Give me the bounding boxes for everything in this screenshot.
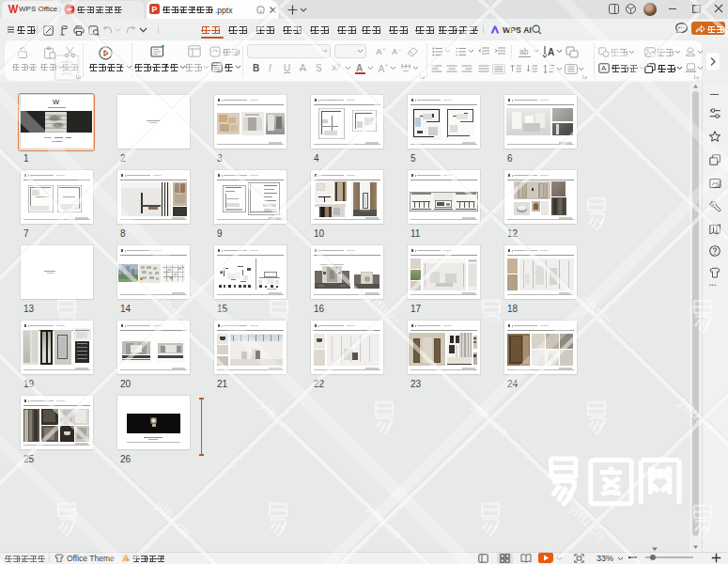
svg-text:A: A — [548, 47, 554, 57]
svg-text:A: A — [601, 64, 607, 72]
